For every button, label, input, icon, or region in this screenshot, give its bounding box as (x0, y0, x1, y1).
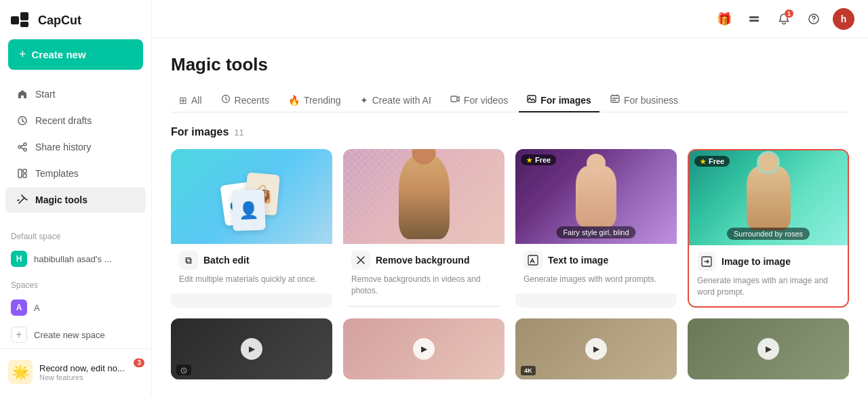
svg-rect-0 (11, 16, 19, 24)
tab-for-images[interactable]: For images (519, 89, 599, 112)
card-text-to-image-icon-row: Text to image (524, 251, 669, 270)
card-text-to-image-image: ★ Free Fairy style girl, blind (515, 149, 677, 244)
card-row2-3[interactable]: ▶ 4K (515, 318, 677, 379)
card-remove-background[interactable]: Remove background Remove backgrounds in … (343, 149, 505, 308)
section-header: For images 11 (171, 126, 849, 138)
create-new-button[interactable]: + Create new (8, 39, 143, 70)
ai-icon: ✦ (360, 95, 368, 106)
card-row2-1[interactable]: ▶ (171, 318, 332, 379)
nav-items: Start Recent drafts Share history Templa… (0, 78, 151, 224)
svg-rect-8 (23, 169, 26, 173)
space-item-a[interactable]: A A (0, 294, 151, 321)
create-new-label: Create new (32, 49, 86, 60)
notification-button[interactable]: 1 (773, 8, 795, 30)
tab-create-with-ai-label: Create with AI (372, 95, 431, 106)
template-icon (16, 167, 28, 180)
free-badge2-text: Free (709, 157, 724, 165)
card-image-to-image-body: Image to image Generate images with an i… (689, 245, 848, 306)
record-now-item[interactable]: 🌟 Record now, edit no... New features 3 (0, 354, 151, 390)
card-batch-edit-icon-row: ⧉ Batch edit (179, 251, 324, 270)
tab-all[interactable]: ⊞ All (171, 89, 210, 112)
home-icon (16, 88, 28, 100)
card-text-to-image[interactable]: ★ Free Fairy style girl, blind Text to i… (515, 149, 677, 308)
row2-1-play-icon: ▶ (241, 338, 262, 360)
create-new-space-button[interactable]: + Create new space (0, 321, 151, 348)
tabs: ⊞ All Recents 🔥 Trending ✦ Create with A… (171, 89, 849, 112)
text2img-overlay-text: Fairy style girl, blind (556, 226, 635, 238)
tab-for-videos-label: For videos (464, 95, 508, 106)
record-text: Record now, edit no... New features (39, 363, 143, 381)
card-batch-edit-image: 👟 👜 👤 (171, 149, 332, 244)
sidebar-item-templates[interactable]: Templates (5, 161, 146, 186)
card-image-to-image-icon-row: Image to image (697, 252, 840, 271)
img2img-tool-icon (697, 252, 716, 271)
card-text-to-image-body: Text to image Generate images with word … (515, 244, 677, 293)
videos-icon (450, 94, 460, 106)
person-head (412, 149, 436, 165)
card-text-to-image-desc: Generate images with word prompts. (524, 274, 669, 285)
card-row2-2-image: ▶ (343, 318, 505, 379)
card-row2-4[interactable]: ▶ (688, 318, 849, 379)
topbar: 🎁 1 h (152, 0, 868, 38)
sidebar-item-share-history[interactable]: Share history (5, 134, 146, 160)
space-a-label: A (34, 303, 40, 313)
card-remove-background-body: Remove background Remove backgrounds in … (343, 244, 505, 305)
row2-4-play-icon: ▶ (757, 338, 779, 360)
card-remove-background-icon-row: Remove background (351, 251, 496, 270)
page-title: Magic tools (171, 54, 849, 75)
tab-create-with-ai[interactable]: ✦ Create with AI (352, 89, 439, 112)
layers-button[interactable] (743, 8, 765, 30)
card-image-to-image[interactable]: ★ Free Surrounded by roses Image to imag… (688, 149, 849, 308)
tab-recents[interactable]: Recents (213, 89, 277, 112)
card-row2-2[interactable]: ▶ (343, 318, 505, 379)
free-star2-icon: ★ (700, 158, 706, 165)
tab-for-business[interactable]: For business (602, 89, 686, 112)
svg-point-6 (24, 148, 26, 151)
tab-trending[interactable]: 🔥 Trending (280, 89, 349, 112)
batch-card-3: 👤 (232, 189, 266, 231)
svg-rect-11 (749, 20, 759, 22)
user-avatar[interactable]: h (833, 8, 854, 30)
notification-badge: 1 (785, 9, 793, 18)
remove-bg-tool-icon (351, 251, 370, 270)
gift-button[interactable]: 🎁 (713, 8, 735, 30)
sidebar-item-magic-tools-label: Magic tools (35, 194, 87, 205)
clock-icon (16, 115, 28, 127)
card-batch-edit-body: ⧉ Batch edit Edit multiple materials qui… (171, 244, 332, 293)
svg-rect-7 (18, 169, 22, 178)
section-count: 11 (234, 127, 243, 138)
img2img-free-badge: ★ Free (694, 156, 730, 167)
img2img-figure (747, 166, 791, 230)
sidebar-item-recent-drafts[interactable]: Recent drafts (5, 108, 146, 133)
create-new-space-label: Create new space (34, 330, 105, 340)
fairy-figure (576, 166, 616, 227)
svg-rect-1 (20, 12, 28, 20)
sidebar-item-start[interactable]: Start (5, 81, 146, 107)
row2-3-4k-badge: 4K (521, 366, 536, 375)
tab-for-videos[interactable]: For videos (442, 89, 516, 112)
sidebar-item-recent-drafts-label: Recent drafts (35, 115, 92, 126)
batch-edit-tool-icon: ⧉ (179, 251, 198, 270)
create-space-icon: + (11, 327, 27, 343)
svg-point-13 (813, 21, 814, 22)
record-subtitle: New features (39, 373, 143, 381)
svg-point-4 (24, 143, 26, 146)
default-space-item[interactable]: H habibullah asad's ... (0, 245, 151, 272)
record-icon: 🌟 (8, 360, 33, 384)
tab-trending-label: Trending (304, 95, 341, 106)
content-area: Magic tools ⊞ All Recents 🔥 Trending ✦ C… (152, 38, 868, 395)
help-button[interactable] (803, 8, 825, 30)
sidebar: CapCut + Create new Start Recent drafts … (0, 0, 152, 395)
tab-for-images-label: For images (540, 95, 591, 106)
removebg-person (343, 149, 505, 244)
img2img-overlay-text: Surrounded by roses (727, 228, 810, 240)
plus-icon: + (19, 47, 26, 62)
card-batch-edit[interactable]: 👟 👜 👤 ⧉ Batch edit Edit multiple materia… (171, 149, 332, 308)
section-title: For images (171, 126, 229, 138)
all-icon: ⊞ (179, 95, 187, 106)
images-icon (527, 94, 536, 106)
tab-recents-label: Recents (235, 95, 269, 106)
sidebar-bottom: 🌟 Record now, edit no... New features 3 (0, 348, 151, 395)
main-content: 🎁 1 h Magic tools ⊞ All Recents (152, 0, 868, 395)
sidebar-item-magic-tools[interactable]: Magic tools (5, 187, 146, 213)
